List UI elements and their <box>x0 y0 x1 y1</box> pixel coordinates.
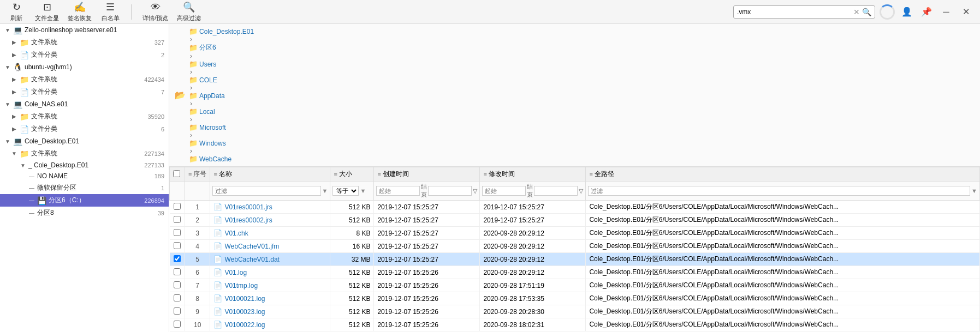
sidebar-item-ubuntu[interactable]: ▼ 🐧 ubuntu-vg(lvm1) <box>0 61 169 73</box>
row-checkbox[interactable] <box>174 321 181 328</box>
file-name-link[interactable]: 📄 V0100022.log <box>213 321 326 329</box>
file-name-link[interactable]: 📄 V01tmp.log <box>213 281 326 289</box>
filter-name-funnel[interactable]: ▼ <box>322 188 328 194</box>
row-checkbox[interactable] <box>174 307 181 315</box>
table-row[interactable]: 3 📄 V01.chk 8 KB 2019-12-07 15:25:27 202… <box>170 227 980 240</box>
sign-recover-button[interactable]: ✍ 签名恢复 <box>68 1 92 22</box>
breadcrumb-item-5[interactable]: 📁Local <box>189 107 254 116</box>
table-row[interactable]: 9 📄 V0100023.log 512 KB 2019-12-07 15:25… <box>170 305 980 318</box>
user-icon[interactable]: 👤 <box>899 4 914 20</box>
details-button[interactable]: 👁 详情/预览 <box>142 2 168 22</box>
row-checkbox[interactable] <box>174 229 181 236</box>
row-checkbox-cell <box>170 305 185 318</box>
breadcrumb-item-6[interactable]: 📁Microsoft <box>189 123 254 131</box>
filter-name-input[interactable] <box>212 186 320 196</box>
breadcrumb-item-3[interactable]: 📁COLE <box>189 76 254 84</box>
table-row[interactable]: 5 📄 WebCacheV01.dat 32 MB 2019-12-07 15:… <box>170 253 980 266</box>
sidebar-item-zello-fs[interactable]: ▶ 📁 文件系统 327 <box>0 36 169 49</box>
row-mtime: 2020-09-28 20:28:30 <box>480 305 586 318</box>
row-num: 2 <box>185 214 210 227</box>
row-checkbox-cell <box>170 214 185 227</box>
table-row[interactable]: 10 📄 V0100022.log 512 KB 2019-12-07 15:2… <box>170 318 980 331</box>
col-header-name[interactable]: ≡名称 <box>210 167 330 182</box>
fullscreen-button[interactable]: ⊡ 文件全显 <box>35 1 59 22</box>
file-name-link[interactable]: 📄 V0100021.log <box>213 294 326 303</box>
file-name-link[interactable]: 📄 V01.log <box>213 268 326 276</box>
sidebar-item-cole-desktop-fs[interactable]: ▼ 📁 文件系统 227134 <box>0 147 169 160</box>
filter-path-input[interactable] <box>588 186 970 196</box>
close-button[interactable]: ✕ <box>958 4 973 20</box>
filter-ctime-start[interactable] <box>376 186 420 196</box>
row-checkbox[interactable] <box>174 281 181 288</box>
table-row[interactable]: 1 📄 V01res00001.jrs 512 KB 2019-12-07 15… <box>170 201 980 214</box>
sidebar-item-cole-desktop[interactable]: ▼ 💻 Cole_Desktop.E01 <box>0 135 169 147</box>
sidebar-item-partition8[interactable]: — 分区8 39 <box>0 207 169 219</box>
sidebar-item-no-name[interactable]: — NO NAME 189 <box>0 171 169 182</box>
file-name-link[interactable]: 📄 WebCacheV01.dat <box>213 255 326 263</box>
table-row[interactable]: 2 📄 V01res00002.jrs 512 KB 2019-12-07 15… <box>170 214 980 227</box>
file-name-link[interactable]: 📄 V01res00001.jrs <box>213 203 326 211</box>
minimize-button[interactable]: ─ <box>939 4 954 20</box>
filter-path-funnel[interactable]: ▼ <box>971 188 977 194</box>
breadcrumb-item-1[interactable]: 📁分区6 <box>189 43 254 52</box>
file-name-link[interactable]: 📄 V01.chk <box>213 229 326 237</box>
row-checkbox[interactable] <box>174 242 181 249</box>
sidebar-item-cole-nas-fs[interactable]: ▶ 📁 文件系统 35920 <box>0 110 169 123</box>
search-clear-button[interactable]: ✕ <box>853 8 860 16</box>
filter-size-funnel[interactable]: ▼ <box>360 188 366 194</box>
file-name-link[interactable]: 📄 V0100023.log <box>213 307 326 316</box>
advanced-filter-button[interactable]: 🔍 高级过滤 <box>177 1 201 22</box>
row-mtime: 2020-09-28 20:29:12 <box>480 253 586 266</box>
breadcrumb-item-7[interactable]: 📁Windows <box>189 139 254 147</box>
col-header-size[interactable]: ≡大小 <box>330 167 374 182</box>
row-mtime: 2020-09-28 20:29:12 <box>480 266 586 279</box>
row-checkbox[interactable] <box>174 268 181 275</box>
sidebar-item-ms-reserve[interactable]: — 微软保留分区 1 <box>0 182 169 194</box>
sidebar-item-label: 分区6（C:） <box>49 196 140 205</box>
table-row[interactable]: 8 📄 V0100021.log 512 KB 2019-12-07 15:25… <box>170 292 980 305</box>
sidebar-item-cole-desktop-e01[interactable]: ▼ _ Cole_Desktop.E01 227133 <box>0 160 169 171</box>
pin-icon[interactable]: 📌 <box>919 4 934 20</box>
sidebar-item-zello[interactable]: ▼ 💻 Zello-onlineshop webserver.e01 <box>0 24 169 36</box>
search-icon[interactable]: 🔍 <box>862 8 871 16</box>
sidebar-item-cole-nas-fc[interactable]: ▶ 📄 文件分类 6 <box>0 123 169 135</box>
filter-mtime-end[interactable] <box>534 186 578 196</box>
expand-arrow: — <box>28 210 35 216</box>
sidebar-item-cole-nas[interactable]: ▼ 💻 Cole_NAS.e01 <box>0 98 169 110</box>
breadcrumb-item-4[interactable]: 📁AppData <box>189 92 254 100</box>
sidebar-item-ubuntu-fs[interactable]: ▶ 📁 文件系统 422434 <box>0 73 169 86</box>
table-row[interactable]: 4 📄 WebCacheV01.jfm 16 KB 2019-12-07 15:… <box>170 240 980 253</box>
filter-ctime-funnel[interactable]: ▽ <box>473 188 477 195</box>
col-header-ctime[interactable]: ≡创建时间 <box>374 167 480 182</box>
item-icon: 📁 <box>20 149 29 158</box>
whitelist-button[interactable]: ☰ 白名单 <box>100 1 120 22</box>
table-row[interactable]: 7 📄 V01tmp.log 512 KB 2019-12-07 15:25:2… <box>170 279 980 292</box>
table-row[interactable]: 6 📄 V01.log 512 KB 2019-12-07 15:25:26 2… <box>170 266 980 279</box>
select-all-checkbox[interactable] <box>173 170 180 177</box>
breadcrumb-item-8[interactable]: 📁WebCache <box>189 155 254 163</box>
row-path: Cole_Desktop.E01/分区6/Users/COLE/AppData/… <box>586 253 980 266</box>
breadcrumb-sep: › <box>189 131 193 139</box>
row-checkbox[interactable] <box>174 203 181 210</box>
col-header-num[interactable]: ≡序号 <box>185 167 210 182</box>
row-checkbox[interactable] <box>174 255 181 262</box>
filter-ctime-end[interactable] <box>428 186 472 196</box>
col-header-mtime[interactable]: ≡修改时间 <box>480 167 586 182</box>
file-name-link[interactable]: 📄 WebCacheV01.jfm <box>213 242 326 250</box>
filter-mtime-start[interactable] <box>482 186 526 196</box>
refresh-button[interactable]: ↻ 刷新 <box>7 1 26 22</box>
breadcrumb-item-0[interactable]: 📁Cole_Desktop.E01 <box>189 27 254 35</box>
sidebar-item-partition6[interactable]: — 💾 分区6（C:） 226894 <box>0 194 169 207</box>
breadcrumb-item-2[interactable]: 📁Users <box>189 60 254 68</box>
filter-size-op[interactable]: 等于 大于小于介于 <box>332 186 359 196</box>
file-name-link[interactable]: 📄 V01res00002.jrs <box>213 216 326 224</box>
sidebar-item-zello-fc[interactable]: ▶ 📄 文件分类 2 <box>0 49 169 61</box>
filter-mtime-funnel[interactable]: ▽ <box>579 188 583 195</box>
search-input[interactable] <box>737 8 853 16</box>
col-header-path[interactable]: ≡全路径 <box>586 167 980 182</box>
sidebar-item-ubuntu-fc[interactable]: ▶ 📄 文件分类 7 <box>0 86 169 98</box>
toolbar: ↻ 刷新 ⊡ 文件全显 ✍ 签名恢复 ☰ 白名单 👁 详情/预览 🔍 高级过滤 … <box>0 0 980 24</box>
row-mtime: 2020-09-28 20:29:12 <box>480 227 586 240</box>
row-checkbox[interactable] <box>174 294 181 301</box>
row-checkbox[interactable] <box>174 216 181 223</box>
